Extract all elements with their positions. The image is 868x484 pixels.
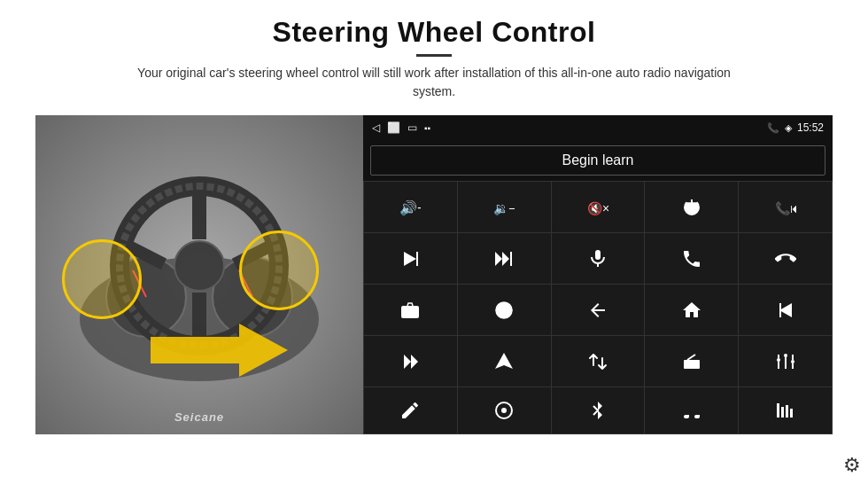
- svg-marker-30: [779, 303, 792, 317]
- svg-marker-32: [404, 355, 411, 369]
- svg-point-40: [777, 358, 780, 362]
- bars-button[interactable]: [739, 387, 832, 433]
- music-button[interactable]: *: [645, 387, 738, 433]
- skip-fwd-button[interactable]: [364, 336, 457, 386]
- prev-button[interactable]: [739, 285, 832, 335]
- power-button[interactable]: [645, 182, 738, 232]
- radio-button[interactable]: [645, 336, 738, 386]
- vol-up-button[interactable]: 🔊+: [364, 182, 457, 232]
- home-nav-icon: ⬜: [387, 121, 400, 134]
- watermark: Seicane: [174, 410, 224, 424]
- pen-button[interactable]: [364, 387, 457, 433]
- prev-end-button[interactable]: 📞⏮: [739, 182, 832, 232]
- yellow-arrow: [151, 319, 292, 381]
- ffwd-button[interactable]: [458, 233, 551, 284]
- svg-rect-53: [790, 409, 793, 418]
- svg-text:🔊+: 🔊+: [399, 199, 421, 216]
- svg-point-43: [784, 354, 787, 357]
- svg-rect-31: [779, 303, 781, 317]
- right-highlight-circle: [239, 230, 319, 310]
- car-image-panel: Seicane: [35, 115, 363, 434]
- svg-rect-18: [416, 252, 418, 266]
- svg-marker-17: [404, 252, 416, 266]
- equalizer-button[interactable]: [739, 336, 832, 386]
- svg-marker-19: [495, 252, 502, 266]
- svg-text:🔇×: 🔇×: [587, 201, 608, 216]
- status-bar: ◁ ⬜ ▭ ▪▪ 📞 ◈ 15:52: [363, 115, 833, 140]
- bluetooth-button[interactable]: [552, 387, 645, 433]
- page-title: Steering Wheel Control: [124, 16, 744, 49]
- begin-learn-row: Begin learn: [363, 140, 833, 181]
- svg-rect-22: [595, 250, 601, 260]
- mute-button[interactable]: 🔇×: [552, 182, 645, 232]
- gear-icon[interactable]: ⚙: [843, 454, 861, 476]
- back-arrow-button[interactable]: [552, 285, 645, 335]
- home-button[interactable]: [645, 285, 738, 335]
- wifi-status-icon: ◈: [785, 122, 792, 134]
- title-divider: [416, 54, 452, 57]
- page-subtitle: Your original car's steering wheel contr…: [124, 64, 744, 101]
- apps-nav-icon: ▭: [407, 121, 417, 134]
- phone-status-icon: 📞: [767, 122, 779, 134]
- svg-text:360°: 360°: [499, 313, 508, 318]
- svg-text:📞⏮: 📞⏮: [775, 201, 796, 216]
- svg-rect-21: [510, 252, 512, 266]
- back-nav-icon: ◁: [372, 121, 380, 134]
- begin-learn-button[interactable]: Begin learn: [370, 145, 825, 176]
- control-panel: ◁ ⬜ ▭ ▪▪ 📞 ◈ 15:52 Begin learn: [363, 115, 833, 434]
- svg-marker-34: [495, 353, 513, 369]
- svg-point-48: [501, 408, 507, 413]
- svg-point-10: [174, 241, 224, 291]
- signal-icon: ▪▪: [424, 123, 430, 133]
- svg-marker-12: [151, 324, 288, 377]
- svg-point-36: [694, 363, 698, 366]
- navigation-button[interactable]: [458, 336, 551, 386]
- vol-down-button[interactable]: 🔉−: [458, 182, 551, 232]
- controls-grid: 🔊+ 🔉− 🔇× 📞⏮: [363, 181, 833, 434]
- view360-button[interactable]: 360°: [458, 285, 551, 335]
- svg-text:🔉−: 🔉−: [493, 201, 515, 216]
- svg-rect-50: [777, 403, 779, 418]
- status-time: 15:52: [797, 121, 824, 134]
- circle-dot-button[interactable]: [458, 387, 551, 433]
- svg-marker-20: [502, 252, 509, 266]
- phone-button[interactable]: [645, 233, 738, 284]
- hangup-button[interactable]: [739, 233, 832, 284]
- left-highlight-circle: [62, 239, 142, 319]
- mic-button[interactable]: [552, 233, 645, 284]
- svg-marker-33: [411, 355, 418, 369]
- next-button[interactable]: [364, 233, 457, 284]
- camera-button[interactable]: [364, 285, 457, 335]
- swap-button[interactable]: [552, 336, 645, 386]
- svg-rect-51: [781, 407, 784, 418]
- svg-point-46: [791, 360, 794, 363]
- svg-rect-52: [786, 405, 788, 418]
- svg-rect-37: [686, 362, 692, 363]
